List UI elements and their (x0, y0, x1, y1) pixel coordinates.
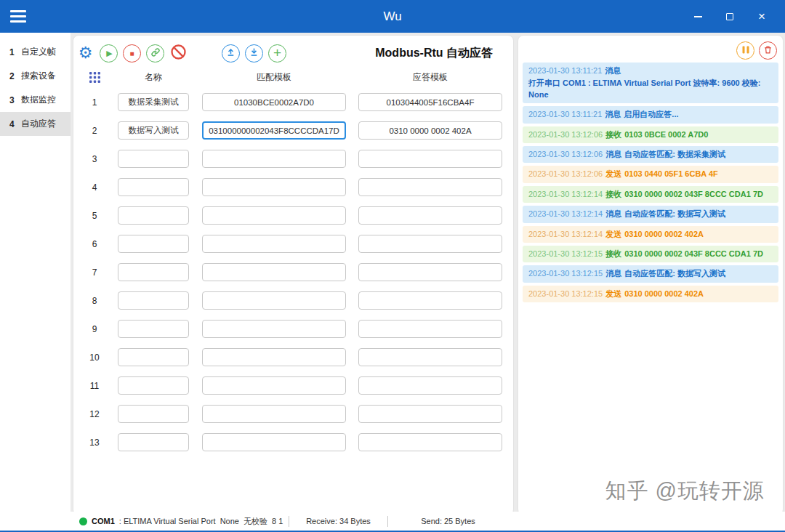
log-toolbar (518, 36, 783, 61)
log-time: 2023-01-30 13:11:21 (528, 110, 602, 118)
response-template-input[interactable] (358, 291, 502, 310)
response-template-input[interactable] (358, 405, 502, 423)
app-title: Wu (0, 9, 785, 24)
column-header-response-template: 应答模板 (358, 71, 502, 84)
response-template-input[interactable] (358, 206, 502, 225)
response-template-input[interactable] (358, 376, 502, 395)
match-template-input[interactable] (202, 291, 346, 310)
pause-log-button[interactable] (736, 41, 754, 60)
log-detail: 打开串口 COM1 : ELTIMA Virtual Serial Port 波… (528, 78, 773, 100)
response-template-input[interactable] (358, 348, 502, 366)
titlebar: Wu × (0, 0, 785, 33)
response-template-input[interactable] (358, 178, 502, 196)
name-input[interactable] (118, 291, 189, 310)
response-template-input[interactable] (358, 320, 502, 338)
match-template-input[interactable] (202, 433, 346, 451)
settings-button[interactable]: ⚙ (76, 44, 94, 63)
menu-icon[interactable] (10, 10, 26, 23)
response-template-input[interactable] (358, 235, 502, 253)
log-text: 0310 0000 0002 043F 8CCC CDA1 7D (624, 190, 763, 198)
log-time: 2023-01-30 13:12:06 (528, 169, 603, 178)
import-button[interactable] (222, 44, 240, 63)
status-frame: 8 1 (272, 517, 283, 525)
log-list[interactable]: 2023-01-30 13:11:21消息 打开串口 COM1 : ELTIMA… (518, 61, 783, 307)
table-row: 8 (73, 286, 513, 315)
serial-status: COM1 : ELTIMA Virtual Serial Port None 无… (71, 516, 289, 527)
log-entry: 2023-01-30 13:12:14接收0310 0000 0002 043F… (523, 186, 778, 203)
log-entry: 2023-01-30 13:12:06发送0103 0440 05F1 6CBA… (523, 166, 778, 182)
clear-log-button[interactable] (759, 41, 777, 60)
table-row: 12 (73, 400, 513, 428)
sidebar-item-data-monitor[interactable]: 3 数据监控 (0, 88, 71, 112)
response-template-input[interactable] (358, 93, 502, 111)
log-time: 2023-01-30 13:12:14 (528, 190, 603, 198)
name-input[interactable] (118, 150, 189, 168)
match-template-input[interactable] (202, 405, 346, 423)
match-template-input[interactable] (202, 263, 346, 281)
response-template-input[interactable] (358, 433, 502, 451)
match-template-input[interactable] (202, 121, 346, 140)
connection-status-icon (79, 517, 87, 525)
disconnect-icon (170, 44, 187, 63)
trash-icon (763, 45, 773, 57)
match-template-input[interactable] (202, 235, 346, 253)
name-input[interactable] (118, 348, 189, 366)
name-input[interactable] (118, 121, 189, 140)
row-number: 1 (79, 97, 110, 108)
row-number: 4 (79, 182, 110, 193)
table-row: 2 (73, 116, 513, 145)
log-tag: 接收 (605, 190, 621, 198)
name-input[interactable] (118, 433, 189, 451)
log-tag: 消息 (605, 110, 621, 118)
match-template-input[interactable] (202, 206, 346, 225)
log-tag: 接收 (605, 249, 621, 258)
start-button[interactable]: ▶ (100, 44, 118, 63)
disconnect-serial-button[interactable] (169, 44, 188, 63)
response-template-input[interactable] (358, 121, 502, 140)
stop-button[interactable]: ■ (123, 44, 141, 63)
add-row-button[interactable]: + (268, 44, 286, 63)
response-template-input[interactable] (358, 263, 502, 281)
match-template-input[interactable] (202, 320, 346, 338)
row-number: 10 (79, 352, 110, 363)
name-input[interactable] (118, 320, 189, 338)
download-icon (249, 47, 259, 59)
table-row: 4 (73, 173, 513, 201)
name-input[interactable] (118, 206, 189, 225)
log-time: 2023-01-30 13:12:06 (528, 130, 603, 139)
status-receive-bytes: Receive: 34 Bytes (289, 517, 387, 525)
row-number: 11 (79, 381, 110, 391)
link-icon (150, 47, 161, 60)
export-button[interactable] (245, 44, 263, 63)
sidebar-item-custom-frame[interactable]: 1 自定义帧 (0, 40, 71, 64)
name-input[interactable] (118, 405, 189, 423)
match-template-input[interactable] (202, 150, 346, 168)
name-input[interactable] (118, 178, 189, 196)
log-text: 0103 0440 05F1 6CBA 4F (624, 169, 718, 178)
match-template-input[interactable] (202, 178, 346, 196)
row-number: 6 (79, 239, 110, 249)
log-text: 自动应答匹配: 数据写入测试 (624, 209, 725, 218)
name-input[interactable] (118, 263, 189, 281)
minimize-button[interactable] (692, 11, 704, 23)
minimize-icon (694, 16, 702, 17)
name-input[interactable] (118, 93, 189, 111)
main-panel: ⚙ ▶ ■ + Modbus-Rtu 自动应答 名称 匹配模板 应答模板 1 (73, 35, 514, 515)
match-template-input[interactable] (202, 348, 346, 366)
pause-icon (742, 45, 749, 56)
match-template-input[interactable] (202, 93, 346, 111)
status-bar: COM1 : ELTIMA Virtual Serial Port None 无… (71, 512, 785, 531)
connect-serial-button[interactable] (146, 44, 164, 63)
log-tag: 发送 (605, 289, 621, 298)
response-template-input[interactable] (358, 150, 502, 168)
match-template-input[interactable] (202, 376, 346, 395)
sidebar-item-auto-answer[interactable]: 4 自动应答 (0, 112, 71, 136)
name-input[interactable] (118, 235, 189, 253)
sidebar-item-search-device[interactable]: 2 搜索设备 (0, 64, 71, 88)
maximize-button[interactable] (724, 11, 736, 23)
log-entry: 2023-01-30 13:12:14发送0310 0000 0002 402A (523, 226, 778, 243)
close-button[interactable]: × (756, 11, 768, 23)
log-text: 自动应答匹配: 数据写入测试 (624, 269, 725, 278)
name-input[interactable] (118, 376, 189, 395)
log-tag: 消息 (605, 209, 621, 218)
